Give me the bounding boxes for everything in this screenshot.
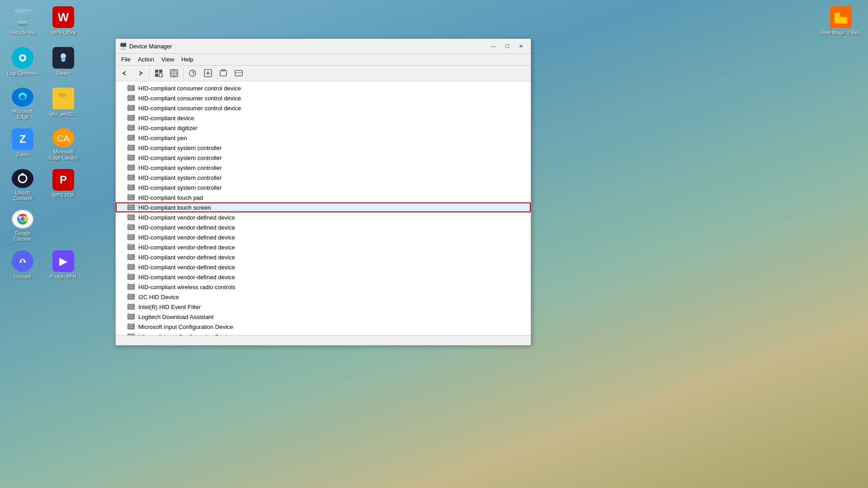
svg-rect-102 — [127, 185, 135, 190]
device-list-item[interactable]: HID-compliant consumer control device — [116, 93, 531, 103]
svg-rect-28 — [159, 74, 162, 77]
update-driver-button[interactable] — [201, 67, 215, 80]
desktop-icon-wps-pdf[interactable]: P WPS PDF — [45, 167, 81, 203]
device-list-item[interactable]: HID-compliant vendor-defined device — [116, 232, 531, 242]
device-list-item[interactable]: Microsoft Input Configuration Device — [116, 332, 531, 335]
desktop-icon-red-magic[interactable]: Red Magic 7 files — [823, 5, 859, 38]
maximize-button[interactable]: ☐ — [501, 42, 514, 51]
device-icon — [127, 213, 136, 221]
device-label: HID-compliant device — [138, 115, 194, 122]
device-list-item[interactable]: HID-compliant pen — [116, 133, 531, 143]
scan-button[interactable] — [167, 67, 181, 80]
logi-label: Logi Options+ — [7, 70, 38, 76]
svg-line-94 — [128, 164, 129, 165]
device-list-item[interactable]: I2C HID Device — [116, 292, 531, 302]
menu-view[interactable]: View — [158, 55, 178, 64]
desktop-icons-right: Red Magic 7 files — [818, 0, 863, 47]
svg-rect-146 — [131, 255, 132, 257]
svg-line-113 — [133, 194, 134, 195]
wps-pdf-icon: P — [52, 169, 74, 191]
device-label: HID-compliant system controller — [138, 184, 222, 191]
device-list-item[interactable]: Logitech Download Assistant — [116, 312, 531, 322]
device-icon — [127, 94, 136, 102]
svg-rect-127 — [128, 225, 130, 227]
device-list-item[interactable]: Intel(R) HID Event Filter — [116, 302, 531, 312]
svg-rect-78 — [127, 145, 135, 150]
svg-rect-23 — [835, 17, 847, 23]
svg-rect-81 — [128, 148, 134, 149]
svg-rect-108 — [127, 195, 135, 200]
svg-rect-165 — [128, 287, 134, 288]
svg-rect-42 — [127, 85, 135, 91]
svg-line-64 — [128, 114, 129, 115]
svg-rect-110 — [131, 196, 132, 197]
device-list-item[interactable]: HID-compliant vendor-defined device — [116, 212, 531, 222]
svg-line-53 — [133, 94, 134, 95]
device-label: HID-compliant vendor-defined device — [138, 214, 235, 221]
menu-action[interactable]: Action — [134, 55, 158, 64]
device-list-item[interactable]: HID-compliant system controller — [116, 173, 531, 183]
device-label: HID-compliant system controller — [138, 155, 222, 161]
svg-rect-176 — [131, 305, 132, 306]
device-list-item[interactable]: HID-compliant system controller — [116, 183, 531, 192]
desktop-icon-steam[interactable]: Steam — [45, 45, 81, 81]
desktop-icon-discord[interactable]: Discord — [5, 249, 41, 285]
svg-line-191 — [133, 323, 134, 324]
svg-rect-133 — [128, 235, 130, 237]
device-icon — [127, 263, 136, 271]
svg-line-112 — [128, 194, 129, 195]
device-list-item[interactable]: HID-compliant touch pad — [116, 192, 531, 202]
device-list-item[interactable]: HID-compliant consumer control device — [116, 83, 531, 93]
device-list-item[interactable]: HID-compliant system controller — [116, 143, 531, 153]
svg-rect-105 — [128, 188, 134, 189]
device-list-item[interactable]: HID-compliant digitizer — [116, 123, 531, 133]
show-hide-button[interactable] — [151, 67, 166, 80]
device-label: Microsoft Input Configuration Device — [138, 324, 233, 330]
device-list-item[interactable]: HID-compliant vendor-defined device — [116, 222, 531, 232]
desktop-icon-chrome[interactable]: Google Chrome — [5, 208, 41, 244]
svg-rect-84 — [127, 155, 135, 160]
device-list-item[interactable]: HID-compliant device — [116, 113, 531, 123]
minimize-button[interactable]: — — [487, 42, 500, 51]
device-list-item[interactable]: HID-compliant vendor-defined device — [116, 272, 531, 282]
desktop-icon-edge[interactable]: Microsoft Edge — [5, 86, 41, 122]
device-setup-button[interactable] — [231, 67, 246, 80]
desktop-icon-recycle-bin[interactable]: 🗑️ Recycle Bin — [5, 5, 41, 41]
device-list-item[interactable]: HID-compliant vendor-defined device — [116, 262, 531, 272]
menu-file[interactable]: File — [118, 55, 134, 64]
toolbar: ? — [116, 66, 531, 81]
device-list-item[interactable]: HID-compliant vendor-defined device — [116, 252, 531, 262]
svg-rect-92 — [131, 166, 132, 167]
device-list-item[interactable]: HID-compliant system controller — [116, 163, 531, 173]
device-list-item[interactable]: HID-compliant touch screen — [116, 202, 531, 212]
svg-line-142 — [128, 244, 129, 244]
svg-rect-175 — [128, 305, 130, 306]
steam-icon — [52, 47, 74, 69]
svg-rect-25 — [155, 70, 158, 73]
device-list-item[interactable]: HID-compliant wireless radio controls — [116, 282, 531, 292]
device-list[interactable]: HID-compliant consumer control device HI… — [116, 81, 531, 335]
device-list-item[interactable]: Microsoft Input Configuration Device — [116, 322, 531, 332]
forward-button[interactable] — [133, 67, 147, 80]
desktop-icon-proton-vpn[interactable]: ▶ Proton VPN — [45, 249, 81, 285]
desktop-icon-ubisoft[interactable]: Ubisoft Connect — [5, 167, 41, 203]
device-list-item[interactable]: HID-compliant consumer control device — [116, 103, 531, 113]
close-button[interactable]: ✕ — [514, 42, 527, 51]
svg-rect-55 — [128, 106, 130, 108]
desktop-icon-edge-canary[interactable]: CAN Microsoft Edge Canary — [45, 127, 81, 163]
uninstall-button[interactable] — [216, 67, 231, 80]
svg-line-179 — [133, 303, 134, 304]
desktop-icon-zoom[interactable]: Z Zoom — [5, 127, 41, 163]
desktop-icon-igfix[interactable]: igfix_win10... — [45, 86, 81, 122]
device-list-item[interactable]: HID-compliant system controller — [116, 153, 531, 163]
device-label: HID-compliant pen — [138, 135, 187, 141]
desktop-icon-wps-office[interactable]: W WPS Office — [45, 5, 81, 41]
properties-button[interactable]: ? — [185, 67, 200, 80]
svg-rect-45 — [128, 89, 134, 89]
desktop-icon-logi[interactable]: Logi Options+ — [5, 45, 41, 81]
menu-help[interactable]: Help — [178, 55, 197, 64]
back-button[interactable] — [118, 67, 132, 80]
svg-line-178 — [128, 303, 129, 304]
svg-line-172 — [128, 293, 129, 294]
device-list-item[interactable]: HID-compliant vendor-defined device — [116, 242, 531, 252]
